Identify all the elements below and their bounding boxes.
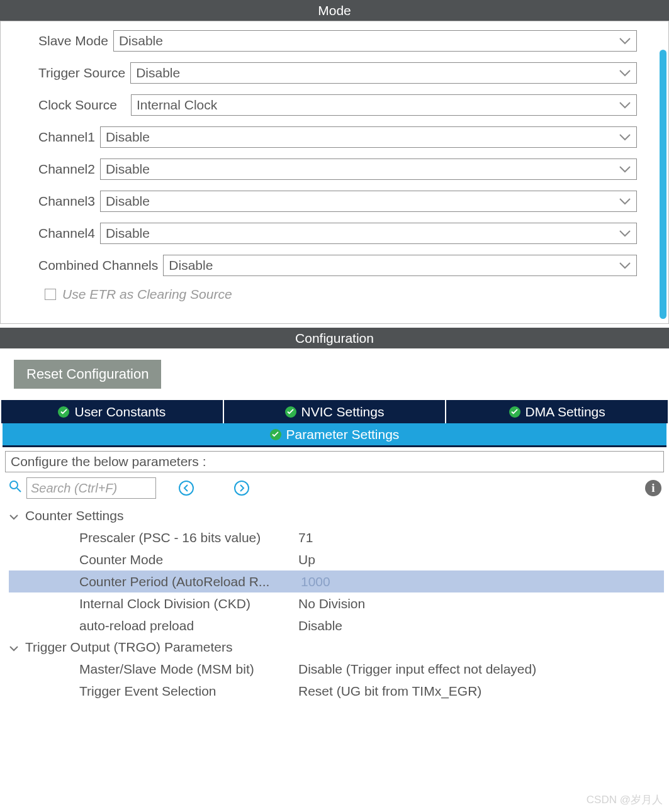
tab-dma-settings[interactable]: DMA Settings	[446, 400, 668, 423]
search-icon[interactable]	[9, 480, 21, 496]
channel3-row: Channel3 Disable	[1, 191, 668, 212]
slave-mode-select[interactable]: Disable	[113, 30, 637, 52]
channel2-select[interactable]: Disable	[100, 159, 637, 180]
trigger-source-value: Disable	[136, 65, 180, 81]
check-icon	[270, 429, 281, 440]
param-counter-mode[interactable]: Counter Mode Up	[9, 548, 664, 570]
tab-user-constants[interactable]: User Constants	[1, 400, 224, 423]
chevron-down-icon	[619, 35, 631, 47]
configure-prompt: Configure the below parameters :	[5, 451, 664, 472]
chevron-down-icon	[9, 640, 19, 655]
tab-parameter-settings[interactable]: Parameter Settings	[3, 423, 666, 447]
param-value: Reset (UG bit from TIMx_EGR)	[298, 684, 664, 699]
trgo-group[interactable]: Trigger Output (TRGO) Parameters	[9, 637, 664, 658]
etr-checkbox	[45, 289, 56, 300]
param-name: Counter Mode	[9, 552, 298, 567]
tab-bar: User Constants NVIC Settings DMA Setting…	[1, 400, 668, 423]
info-icon[interactable]: i	[645, 480, 661, 496]
param-counter-period[interactable]: Counter Period (AutoReload R... 1000	[9, 570, 664, 592]
channel4-row: Channel4 Disable	[1, 223, 668, 244]
combined-channels-value: Disable	[169, 258, 213, 273]
trigger-source-select[interactable]: Disable	[130, 62, 637, 84]
channel1-select[interactable]: Disable	[100, 126, 637, 148]
slave-mode-row: Slave Mode Disable	[1, 30, 668, 52]
configuration-header: Configuration	[0, 328, 669, 348]
param-msm-bit[interactable]: Master/Slave Mode (MSM bit) Disable (Tri…	[9, 658, 664, 680]
chevron-down-icon	[619, 227, 631, 240]
param-name: Master/Slave Mode (MSM bit)	[9, 662, 298, 677]
clock-source-row: Clock Source Internal Clock	[1, 94, 668, 116]
channel4-select[interactable]: Disable	[100, 223, 637, 244]
param-value: No Division	[298, 596, 664, 611]
param-name: Prescaler (PSC - 16 bits value)	[9, 530, 298, 545]
configuration-panel: Reset Configuration User Constants NVIC …	[0, 348, 669, 702]
mode-panel: Slave Mode Disable Trigger Source Disabl…	[0, 21, 669, 324]
check-icon	[285, 406, 296, 418]
check-icon	[509, 406, 520, 418]
clock-source-label: Clock Source	[38, 97, 131, 113]
param-name: Counter Period (AutoReload R...	[9, 574, 298, 589]
channel2-value: Disable	[106, 162, 150, 177]
param-trigger-event[interactable]: Trigger Event Selection Reset (UG bit fr…	[9, 680, 664, 702]
channel3-select[interactable]: Disable	[100, 191, 637, 212]
param-value: 71	[298, 530, 664, 545]
tab-label: NVIC Settings	[301, 404, 385, 420]
channel4-value: Disable	[106, 226, 150, 241]
clock-source-value: Internal Clock	[137, 97, 217, 113]
search-input[interactable]: Search (Ctrl+F)	[26, 477, 156, 499]
channel1-row: Channel1 Disable	[1, 126, 668, 148]
prev-match-button[interactable]	[179, 481, 194, 496]
mode-scrollbar[interactable]	[660, 50, 666, 319]
param-value: Disable (Trigger input effect not delaye…	[298, 662, 664, 677]
param-value: 1000	[298, 574, 664, 589]
tab-label: Parameter Settings	[286, 427, 400, 442]
chevron-down-icon	[619, 131, 631, 143]
trigger-source-label: Trigger Source	[38, 65, 130, 81]
tab-nvic-settings[interactable]: NVIC Settings	[224, 400, 447, 423]
chevron-down-icon	[9, 508, 19, 523]
reset-configuration-button[interactable]: Reset Configuration	[14, 360, 161, 389]
param-value: Disable	[298, 618, 664, 633]
combined-channels-select[interactable]: Disable	[163, 255, 637, 276]
trigger-source-row: Trigger Source Disable	[1, 62, 668, 84]
param-name: Trigger Event Selection	[9, 684, 298, 699]
chevron-down-icon	[619, 67, 631, 79]
channel3-value: Disable	[106, 194, 150, 209]
search-row: Search (Ctrl+F) i	[9, 477, 661, 499]
etr-label: Use ETR as Clearing Source	[62, 287, 232, 302]
chevron-down-icon	[619, 195, 631, 208]
param-auto-reload-preload[interactable]: auto-reload preload Disable	[9, 615, 664, 637]
group-title: Counter Settings	[25, 508, 123, 523]
channel2-row: Channel2 Disable	[1, 159, 668, 180]
param-name: auto-reload preload	[9, 618, 298, 633]
group-title: Trigger Output (TRGO) Parameters	[25, 640, 232, 655]
etr-clearing-row: Use ETR as Clearing Source	[1, 287, 668, 302]
clock-source-select[interactable]: Internal Clock	[131, 94, 637, 116]
channel4-label: Channel4	[38, 226, 100, 241]
chevron-down-icon	[619, 99, 631, 111]
tab-label: User Constants	[74, 404, 166, 420]
svg-line-1	[17, 488, 21, 492]
param-name: Internal Clock Division (CKD)	[9, 596, 298, 611]
param-clock-division[interactable]: Internal Clock Division (CKD) No Divisio…	[9, 592, 664, 615]
check-icon	[58, 406, 69, 418]
chevron-down-icon	[619, 163, 631, 175]
param-prescaler[interactable]: Prescaler (PSC - 16 bits value) 71	[9, 526, 664, 548]
chevron-down-icon	[619, 259, 631, 272]
counter-settings-group[interactable]: Counter Settings	[9, 505, 664, 526]
mode-header: Mode	[0, 0, 669, 21]
svg-point-0	[10, 481, 18, 489]
channel2-label: Channel2	[38, 162, 100, 177]
channel1-value: Disable	[106, 130, 150, 145]
channel1-label: Channel1	[38, 130, 100, 145]
parameter-tree: Counter Settings Prescaler (PSC - 16 bit…	[9, 505, 664, 702]
next-match-button[interactable]	[234, 481, 249, 496]
slave-mode-value: Disable	[119, 33, 163, 48]
tab-label: DMA Settings	[526, 404, 605, 420]
combined-channels-label: Combined Channels	[38, 258, 163, 273]
channel3-label: Channel3	[38, 194, 100, 209]
combined-channels-row: Combined Channels Disable	[1, 255, 668, 276]
param-value: Up	[298, 552, 664, 567]
slave-mode-label: Slave Mode	[38, 33, 113, 48]
